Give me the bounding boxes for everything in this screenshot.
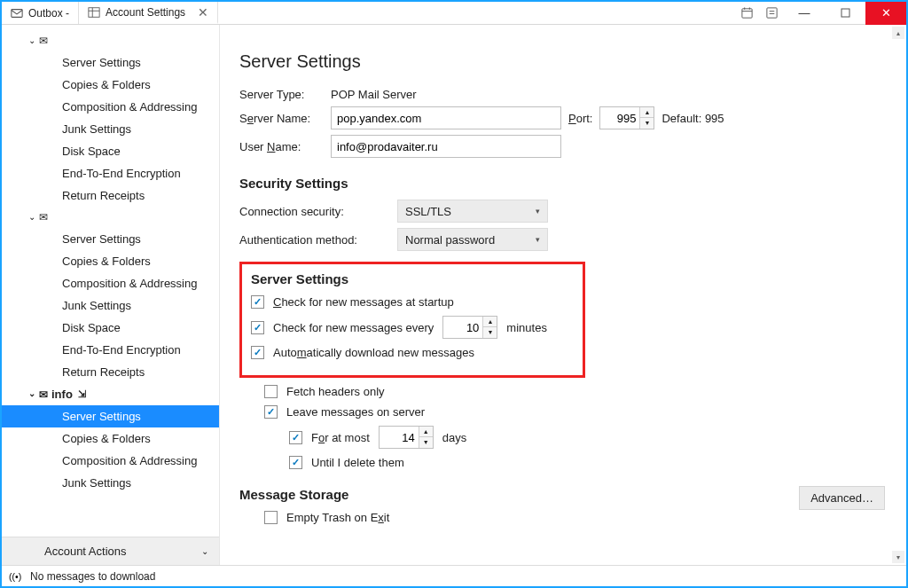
sidebar-item-junk[interactable]: Junk Settings (2, 472, 219, 494)
conn-security-select[interactable]: SSL/TLS▾ (397, 200, 548, 223)
page-title: Server Settings (239, 51, 887, 72)
conn-security-label: Connection security: (239, 205, 390, 218)
sidebar-item-copies[interactable]: Copies & Folders (2, 250, 219, 272)
empty-trash-label: Empty Trash on Exit (286, 511, 389, 524)
sidebar-item-copies[interactable]: Copies & Folders (2, 427, 219, 450)
sidebar-item-junk[interactable]: Junk Settings (2, 294, 219, 317)
svg-rect-11 (841, 9, 849, 17)
sidebar-item-disk[interactable]: Disk Space (2, 317, 219, 339)
check-fetch-headers[interactable] (264, 385, 278, 398)
svg-rect-1 (89, 7, 99, 17)
close-tab-icon[interactable]: ✕ (198, 5, 208, 20)
check-every-label: Check for new messages every (273, 321, 434, 334)
port-spinner[interactable]: ▲▼ (639, 107, 654, 129)
chevron-down-icon: ⌄ (28, 388, 35, 398)
svg-rect-8 (766, 8, 776, 18)
envelope-icon: ✉ (39, 35, 48, 47)
sidebar-item-disk[interactable]: Disk Space (2, 140, 219, 162)
account-row-1[interactable]: ⌄ ✉ (2, 30, 219, 51)
calendar-icon[interactable] (734, 6, 759, 20)
account-actions-button[interactable]: Account Actions ⌄ (2, 537, 219, 565)
check-for-at-most[interactable] (289, 431, 302, 444)
chevron-down-icon: ⌄ (28, 35, 35, 45)
days-spinner[interactable]: ▲▼ (419, 427, 433, 448)
settings-panel-icon (88, 6, 100, 19)
sidebar-item-junk[interactable]: Junk Settings (2, 118, 219, 140)
check-auto-download[interactable] (251, 346, 264, 359)
sidebar-item-composition[interactable]: Composition & Addressing (2, 272, 219, 294)
sidebar-item-composition[interactable]: Composition & Addressing (2, 450, 219, 472)
main-panel: Server Settings Server Type: POP Mail Se… (220, 25, 906, 565)
server-settings-subsection: Server Settings (251, 271, 574, 286)
svg-rect-0 (12, 9, 22, 17)
sidebar-item-e2e[interactable]: End-To-End Encryption (2, 339, 219, 361)
envelope-icon: ✉ (39, 388, 48, 401)
server-type-value: POP Mail Server (331, 88, 417, 101)
account-row-2[interactable]: ⌄ ✉ (2, 207, 219, 228)
sidebar-item-composition[interactable]: Composition & Addressing (2, 96, 219, 118)
minutes-spinner[interactable]: ▲▼ (482, 317, 497, 338)
titlebar: Outbox - Account Settings ✕ — ✕ (2, 2, 906, 25)
sidebar-item-server-settings[interactable]: Server Settings (2, 228, 219, 250)
tab-outbox-label: Outbox - (28, 7, 69, 20)
chevron-down-icon: ▾ (536, 207, 540, 216)
chevron-down-icon: ⌄ (201, 546, 208, 556)
account-row-info[interactable]: ⌄ ✉ info⇲ (2, 383, 219, 405)
fetch-headers-label: Fetch headers only (286, 385, 385, 398)
advanced-button[interactable]: Advanced… (799, 486, 885, 510)
check-startup-label: Check for new messages at startup (273, 295, 454, 309)
port-label: Port: (568, 112, 592, 125)
check-startup[interactable] (251, 295, 264, 309)
sidebar-item-copies[interactable]: Copies & Folders (2, 74, 219, 96)
highlighted-server-settings: Server Settings Check for new messages a… (239, 262, 585, 378)
check-every[interactable] (251, 321, 264, 334)
until-delete-label: Until I delete them (311, 456, 404, 469)
check-every-value[interactable]: ▲▼ (442, 316, 497, 339)
auth-method-select[interactable]: Normal password▾ (397, 228, 548, 251)
server-type-label: Server Type: (239, 88, 324, 101)
status-message: No messages to download (30, 570, 155, 583)
scrollbar[interactable]: ▴ ▾ (892, 27, 904, 563)
sidebar-item-receipts[interactable]: Return Receipts (2, 361, 219, 383)
sidebar-item-receipts[interactable]: Return Receipts (2, 184, 219, 207)
user-name-input[interactable] (331, 135, 561, 158)
days-unit: days (442, 431, 466, 444)
check-empty-trash[interactable] (264, 511, 278, 524)
message-storage-title: Message Storage (239, 487, 887, 502)
status-bar: ((•)) No messages to download (2, 565, 906, 586)
sidebar-item-server-settings-active[interactable]: Server Settings (2, 405, 219, 427)
svg-rect-4 (741, 9, 751, 18)
user-name-label: User Name: (239, 140, 324, 153)
link-icon: ⇲ (78, 388, 86, 400)
port-input[interactable]: ▲▼ (599, 106, 654, 129)
check-auto-label: Automatically download new messages (273, 346, 474, 359)
tab-settings-label: Account Settings (106, 6, 185, 19)
server-name-input[interactable] (331, 106, 561, 129)
check-leave-on-server[interactable] (264, 405, 278, 419)
window-close[interactable]: ✕ (865, 2, 906, 25)
tasks-icon[interactable] (759, 6, 784, 20)
security-section-title: Security Settings (239, 176, 887, 191)
svg-text:((•)): ((•)) (9, 570, 21, 581)
account-actions-label: Account Actions (44, 545, 127, 558)
chevron-down-icon: ▾ (536, 235, 540, 244)
scroll-down-icon[interactable]: ▾ (892, 551, 904, 563)
sidebar-item-server-settings[interactable]: Server Settings (2, 51, 219, 74)
for-at-most-value[interactable]: ▲▼ (379, 426, 434, 449)
window-maximize[interactable] (825, 2, 865, 25)
sidebar: ⌄ ✉ Server Settings Copies & Folders Com… (2, 25, 220, 565)
check-until-delete[interactable] (289, 456, 302, 469)
sidebar-item-e2e[interactable]: End-To-End Encryption (2, 162, 219, 184)
leave-on-server-label: Leave messages on server (286, 405, 425, 419)
window-minimize[interactable]: — (784, 2, 825, 25)
sync-icon: ((•)) (9, 570, 21, 583)
mail-app-icon (11, 7, 23, 20)
default-port-label: Default: 995 (661, 112, 724, 125)
tab-account-settings[interactable]: Account Settings ✕ (79, 2, 218, 24)
auth-method-label: Authentication method: (239, 233, 390, 247)
tab-outbox[interactable]: Outbox - (2, 2, 79, 24)
server-name-label: Server Name: (239, 112, 324, 125)
scroll-up-icon[interactable]: ▴ (892, 27, 904, 39)
account-label: info (51, 388, 73, 401)
minutes-unit: minutes (506, 321, 547, 334)
